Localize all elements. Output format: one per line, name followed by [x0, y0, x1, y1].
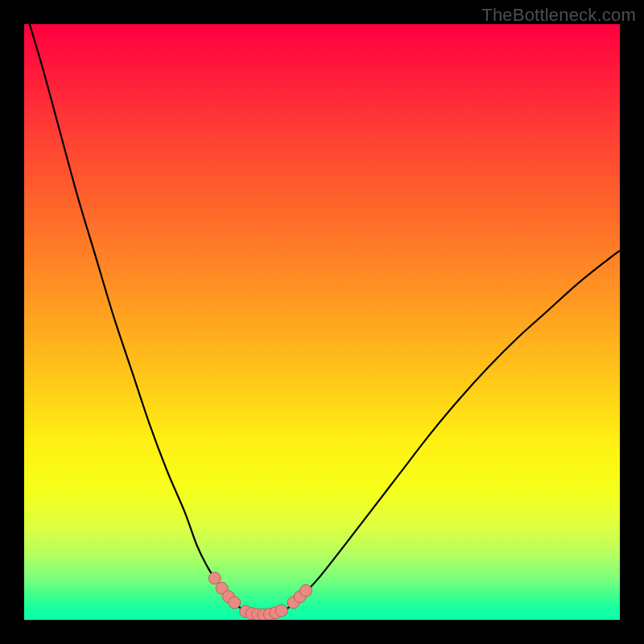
chart-svg	[24, 24, 620, 620]
marker-left-inner-low	[229, 597, 241, 609]
markers-group	[208, 572, 312, 620]
marker-right-outer	[300, 584, 312, 597]
marker-floor-right-b	[275, 605, 287, 617]
plot-area	[24, 24, 620, 620]
marker-left-outer-top	[208, 572, 221, 584]
curve-left-branch	[24, 24, 248, 613]
chart-frame: TheBottleneck.com	[0, 0, 644, 644]
series-group	[24, 24, 620, 615]
watermark-text: TheBottleneck.com	[481, 5, 636, 26]
curve-right-branch	[278, 250, 621, 613]
